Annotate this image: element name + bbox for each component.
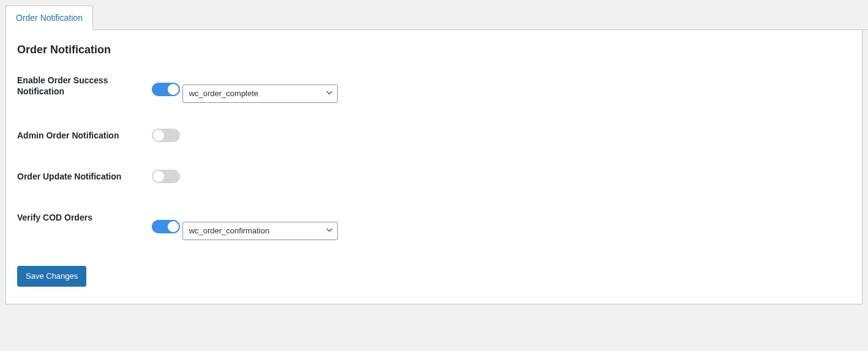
select-order-confirmation[interactable]: wc_order_confirmation <box>182 222 338 240</box>
tab-label: Order Notification <box>16 13 83 23</box>
label-enable-order-success: Enable Order Success Notification <box>17 75 146 97</box>
label-verify-cod-orders: Verify COD Orders <box>17 212 146 223</box>
settings-panel: Order Notification Enable Order Success … <box>6 30 862 304</box>
toggle-enable-order-success[interactable] <box>152 83 180 96</box>
toggle-order-update-notification[interactable] <box>152 170 180 183</box>
tab-order-notification[interactable]: Order Notification <box>6 6 93 30</box>
field-enable-order-success: Enable Order Success Notification wc_ord… <box>17 74 851 103</box>
label-admin-order-notification: Admin Order Notification <box>17 130 146 141</box>
tab-bar: Order Notification <box>6 6 868 30</box>
select-order-complete[interactable]: wc_order_complete <box>182 85 338 103</box>
toggle-admin-order-notification[interactable] <box>152 129 180 142</box>
panel-title: Order Notification <box>17 43 851 56</box>
field-verify-cod-orders: Verify COD Orders wc_order_confirmation <box>17 211 851 240</box>
toggle-verify-cod-orders[interactable] <box>152 220 180 233</box>
save-button[interactable]: Save Changes <box>17 266 86 287</box>
field-order-update-notification: Order Update Notification <box>17 170 851 185</box>
field-admin-order-notification: Admin Order Notification <box>17 129 851 144</box>
label-order-update-notification: Order Update Notification <box>17 171 146 182</box>
